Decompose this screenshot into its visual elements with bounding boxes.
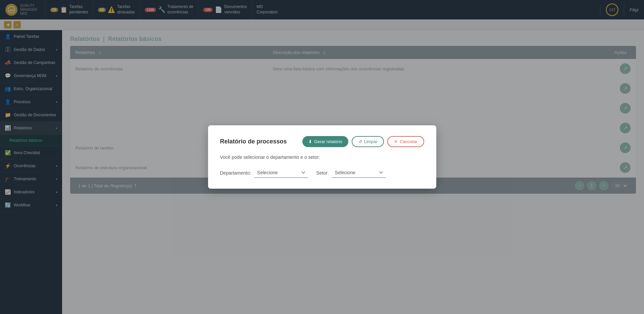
modal-header: Relatório de processos ⬇ Gerar relatório… xyxy=(220,136,424,147)
departamento-field: Departamento: Selecione xyxy=(220,168,308,178)
setor-select[interactable]: Selecione xyxy=(332,168,386,178)
close-icon: ✕ xyxy=(394,139,398,144)
cancel-button[interactable]: ✕ Cancelar xyxy=(387,136,424,147)
departamento-label: Departamento: xyxy=(220,170,251,176)
clear-button[interactable]: ↺ Limpar xyxy=(352,136,384,147)
setor-field: Setor: Selecione xyxy=(316,168,386,178)
modal-subtitle: Você pode selecionar o departamento e o … xyxy=(220,154,424,160)
modal-overlay: Relatório de processos ⬇ Gerar relatório… xyxy=(0,0,644,314)
setor-label: Setor: xyxy=(316,170,329,176)
generate-report-button[interactable]: ⬇ Gerar relatório xyxy=(302,136,348,147)
refresh-icon: ↺ xyxy=(358,139,362,144)
modal-actions: ⬇ Gerar relatório ↺ Limpar ✕ Cancelar xyxy=(302,136,424,147)
modal-title: Relatório de processos xyxy=(220,138,287,145)
modal-dialog: Relatório de processos ⬇ Gerar relatório… xyxy=(208,125,436,189)
departamento-select[interactable]: Selecione xyxy=(254,168,308,178)
modal-form-row: Departamento: Selecione Setor: Selecione xyxy=(220,168,424,178)
download-icon: ⬇ xyxy=(308,139,312,144)
